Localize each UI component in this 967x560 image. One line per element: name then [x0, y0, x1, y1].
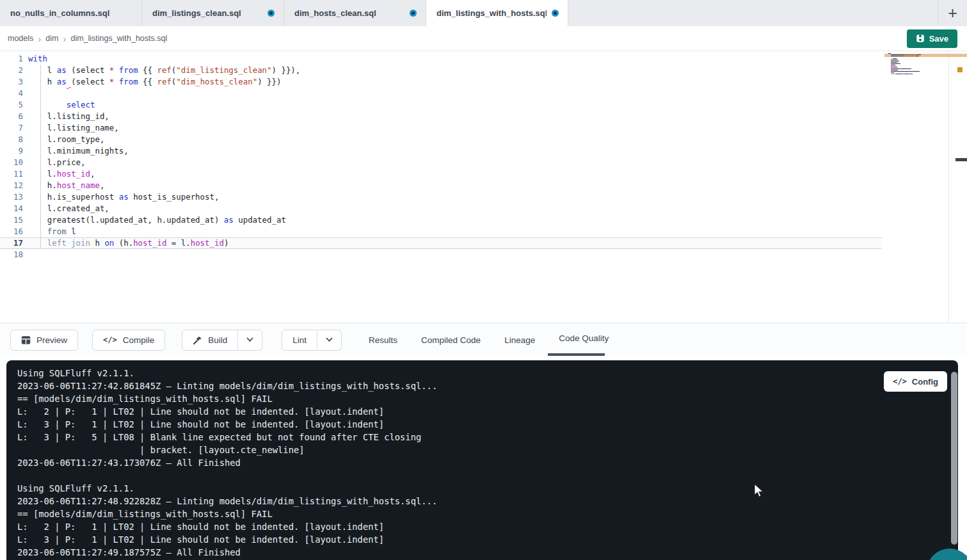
- code-line-2[interactable]: 2 l as (select * from {{ ref("dim_listin…: [0, 65, 967, 76]
- code-line-5[interactable]: 5 select: [0, 99, 967, 111]
- minimap-line: [888, 60, 936, 60]
- line-number: 2: [0, 65, 28, 76]
- lint-split-button: Lint: [282, 330, 342, 351]
- code-line-7[interactable]: 7 l.listing_name,: [0, 122, 967, 134]
- breadcrumb-item[interactable]: dim: [45, 34, 58, 43]
- compile-label: Compile: [123, 335, 155, 345]
- code-text: h as (select * from {{ ref("dim_hosts_cl…: [28, 76, 281, 88]
- editor-tab-dim_listings_with_hosts-sql[interactable]: dim_listings_with_hosts.sql: [426, 0, 568, 26]
- terminal-output[interactable]: Using SQLFluff v2.1.1. 2023-06-06T11:27:…: [6, 360, 958, 560]
- compile-button[interactable]: </> Compile: [92, 330, 165, 351]
- code-line-9[interactable]: 9 l.minimum_nights,: [0, 145, 967, 157]
- line-number: 1: [0, 53, 28, 65]
- minimap-line: [888, 61, 936, 61]
- code-line-1[interactable]: 1with: [0, 53, 967, 65]
- code-line-10[interactable]: 10 l.price,: [0, 157, 967, 168]
- code-line-14[interactable]: 14 l.created_at,: [0, 203, 967, 214]
- code-line-8[interactable]: 8 l.room_type,: [0, 134, 967, 145]
- code-text: with: [28, 53, 47, 65]
- build-dropdown-button[interactable]: [238, 330, 262, 351]
- line-number: 10: [0, 157, 28, 168]
- panel-tab-code-quality[interactable]: Code Quality: [559, 333, 609, 343]
- code-line-11[interactable]: 11 l.host_id,: [0, 168, 967, 180]
- preview-button[interactable]: Preview: [10, 330, 78, 351]
- panel-tab-results[interactable]: Results: [369, 335, 397, 345]
- build-label: Build: [208, 335, 227, 345]
- code-text: l.minimum_nights,: [28, 145, 129, 157]
- line-number: 7: [0, 122, 28, 134]
- code-line-13[interactable]: 13 h.is_superhost as host_is_superhost,: [0, 191, 967, 203]
- line-number: 18: [0, 249, 28, 260]
- code-text: greatest(l.updated_at, h.updated_at) as …: [28, 214, 286, 226]
- tab-strip: no_nulls_in_columns.sqldim_listings_clea…: [0, 0, 568, 26]
- breadcrumb-item[interactable]: models: [8, 34, 33, 43]
- table-icon: [21, 335, 31, 345]
- breadcrumb-separator: ›: [38, 34, 41, 44]
- scrollbar-warning-marker: [957, 67, 963, 72]
- lint-label: Lint: [292, 335, 307, 345]
- tab-label: dim_listings_clean.sql: [152, 8, 241, 18]
- config-label: Config: [912, 377, 938, 387]
- unsaved-changes-icon: [268, 10, 275, 17]
- line-number: 9: [0, 145, 28, 157]
- lint-dropdown-button[interactable]: [317, 330, 342, 351]
- code-line-16[interactable]: 16 from l: [0, 226, 967, 237]
- tab-label: no_nulls_in_columns.sql: [10, 8, 109, 18]
- code-brackets-icon: </>: [893, 377, 907, 386]
- code-line-3[interactable]: 3 h as (select * from {{ ref("dim_hosts_…: [0, 76, 967, 88]
- panel-tab-compiled-code[interactable]: Compiled Code: [421, 335, 481, 345]
- editor-scrollbar-thumb[interactable]: [955, 158, 967, 161]
- line-number: 12: [0, 180, 28, 191]
- minimap-line: [888, 53, 936, 54]
- minimap-line: [888, 58, 936, 59]
- code-line-17[interactable]: 17 left join h on (h.host_id = l.host_id…: [0, 237, 882, 249]
- editor-tab-dim_hosts_clean-sql[interactable]: dim_hosts_clean.sql: [284, 0, 426, 26]
- lint-button[interactable]: Lint: [282, 330, 317, 351]
- editor-tab-dim_listings_clean-sql[interactable]: dim_listings_clean.sql: [142, 0, 284, 26]
- breadcrumb-item[interactable]: dim_listings_with_hosts.sql: [70, 34, 167, 43]
- code-line-18[interactable]: 18: [0, 249, 967, 260]
- line-number: 13: [0, 191, 28, 203]
- terminal-log-text: Using SQLFluff v2.1.1. 2023-06-06T11:27:…: [6, 360, 958, 559]
- tab-label: dim_hosts_clean.sql: [294, 8, 376, 18]
- code-line-6[interactable]: 6 l.listing_id,: [0, 111, 967, 122]
- code-text: l.price,: [28, 157, 86, 168]
- code-text: l.host_id,: [28, 168, 95, 180]
- minimap-line: [888, 56, 936, 56]
- code-text: l.room_type,: [28, 134, 104, 145]
- minimap-line: [888, 65, 936, 65]
- save-icon: [916, 34, 925, 43]
- terminal-scrollbar-thumb[interactable]: [951, 372, 957, 545]
- code-text: h.is_superhost as host_is_superhost,: [28, 191, 219, 203]
- code-editor[interactable]: 1with2 l as (select * from {{ ref("dim_l…: [0, 51, 967, 323]
- file-header: models›dim›dim_listings_with_hosts.sql S…: [0, 26, 967, 51]
- minimap-line: [888, 62, 936, 63]
- breadcrumb: models›dim›dim_listings_with_hosts.sql: [8, 34, 167, 44]
- new-tab-button[interactable]: +: [938, 0, 967, 26]
- plus-icon: +: [948, 4, 957, 22]
- line-number: 6: [0, 111, 28, 122]
- editor-tab-no_nulls_in_columns-sql[interactable]: no_nulls_in_columns.sql: [0, 0, 142, 26]
- code-lines: 1with2 l as (select * from {{ ref("dim_l…: [0, 51, 967, 260]
- save-label: Save: [929, 34, 948, 44]
- panel-tab-lineage[interactable]: Lineage: [504, 335, 535, 345]
- code-line-4[interactable]: 4: [0, 88, 967, 99]
- build-button[interactable]: Build: [182, 330, 238, 351]
- minimap-line: [888, 66, 936, 67]
- scroll-gutter-divider: [948, 51, 949, 323]
- active-panel-tab-indicator: [548, 353, 605, 356]
- chevron-down-icon: [326, 337, 333, 342]
- unsaved-changes-icon: [552, 10, 559, 17]
- minimap[interactable]: [888, 53, 936, 76]
- tab-label: dim_listings_with_hosts.sql: [436, 8, 547, 18]
- code-line-15[interactable]: 15 greatest(l.updated_at, h.updated_at) …: [0, 214, 967, 226]
- code-line-12[interactable]: 12 h.host_name,: [0, 180, 967, 191]
- line-number: 3: [0, 76, 28, 88]
- config-button[interactable]: </> Config: [884, 371, 947, 392]
- code-text: select: [28, 99, 95, 111]
- save-button[interactable]: Save: [907, 29, 957, 48]
- build-split-button: Build: [182, 330, 262, 351]
- minimap-line: [888, 54, 936, 55]
- minimap-line: [888, 75, 936, 76]
- preview-label: Preview: [36, 335, 67, 345]
